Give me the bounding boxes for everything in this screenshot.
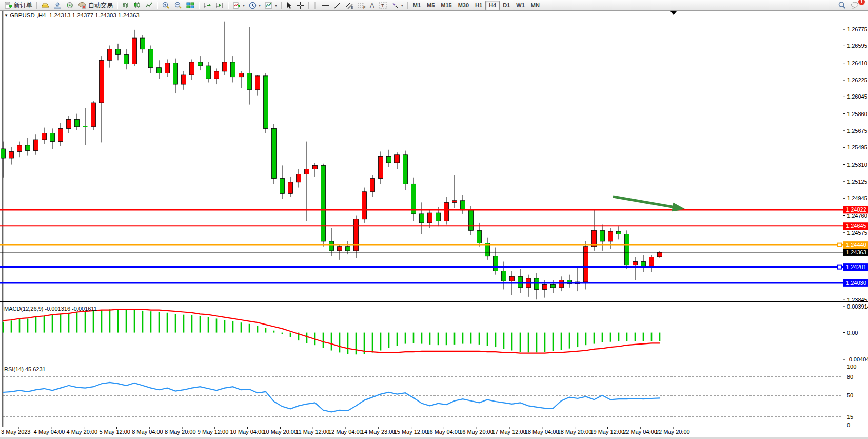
toolbar-separator	[308, 2, 309, 9]
timeframe-h4-button[interactable]: H4	[485, 1, 500, 10]
indicators-icon	[232, 2, 241, 9]
symbol-dropdown-icon[interactable]: ▼	[4, 13, 8, 18]
timeframe-w1-button[interactable]: W1	[513, 1, 528, 10]
toolbar-separator	[157, 2, 157, 9]
label-tool-icon: T	[379, 2, 387, 9]
indicators-dropdown-arrow[interactable]: ▾	[243, 3, 245, 8]
line-chart-button[interactable]	[143, 1, 155, 10]
candlestick-chart-button[interactable]	[131, 1, 143, 10]
profile-button[interactable]	[51, 1, 64, 10]
cursor-icon	[286, 2, 292, 9]
svg-text:1.24822: 1.24822	[846, 206, 866, 213]
svg-text:1.24440: 1.24440	[846, 242, 866, 248]
crosshair-icon	[297, 2, 304, 9]
tile-windows-button[interactable]	[184, 1, 196, 10]
svg-text:1.25860: 1.25860	[847, 111, 867, 117]
svg-text:1.26045: 1.26045	[847, 93, 867, 100]
timeframe-m15-button[interactable]: M15	[438, 1, 455, 10]
zoom-out-button[interactable]	[172, 1, 184, 10]
svg-text:0: 0	[847, 422, 850, 428]
toolbar-separator	[281, 2, 282, 9]
auto-scroll-button[interactable]	[201, 1, 213, 10]
horizontal-line-tool-button[interactable]	[320, 1, 331, 10]
svg-text:1.24030: 1.24030	[846, 280, 866, 286]
svg-text:T: T	[381, 3, 384, 8]
horizontal-line-icon	[322, 2, 329, 9]
template-icon	[265, 2, 273, 9]
svg-text:4 May 20:00: 4 May 20:00	[67, 429, 98, 435]
svg-text:12 May 04:00: 12 May 04:00	[328, 429, 363, 435]
svg-text:F: F	[363, 6, 365, 9]
svg-text:14 May 23:00: 14 May 23:00	[361, 429, 396, 435]
chart-window[interactable]: ▼ GBPUSD-,H4 1.24313 1.24377 1.24303 1.2…	[0, 10, 868, 437]
cursor-tool-button[interactable]	[284, 1, 294, 10]
notifications-button[interactable]: 1	[849, 1, 862, 10]
arrows-tool-button[interactable]: ▾	[389, 1, 405, 10]
main-toolbar: 新订单 自动交易	[0, 0, 868, 11]
bar-chart-button[interactable]	[120, 1, 131, 10]
svg-text:16 May 04:00: 16 May 04:00	[426, 429, 461, 435]
timeframe-m30-button[interactable]: M30	[455, 1, 472, 10]
periods-button[interactable]: ▾	[247, 1, 263, 10]
toolbar-separator	[36, 2, 37, 9]
svg-text:1.25310: 1.25310	[847, 162, 867, 168]
line-chart-icon	[145, 2, 153, 9]
auto-trading-label: 自动交易	[88, 1, 113, 10]
svg-text:-0.004049: -0.004049	[847, 356, 868, 362]
trendline-icon	[333, 2, 341, 9]
label-tool-button[interactable]: T	[377, 1, 389, 10]
signal-button[interactable]	[64, 1, 76, 10]
notification-badge: 1	[858, 0, 865, 5]
zoom-in-button[interactable]	[160, 1, 172, 10]
crosshair-tool-button[interactable]	[294, 1, 306, 10]
gold-button[interactable]	[39, 1, 51, 10]
svg-text:16 May 20:00: 16 May 20:00	[459, 429, 494, 435]
svg-text:1.24575: 1.24575	[847, 230, 867, 236]
svg-text:1.24945: 1.24945	[847, 195, 867, 201]
templates-button[interactable]: ▾	[263, 1, 279, 10]
bar-chart-icon	[122, 2, 129, 9]
fibonacci-tool-button[interactable]: F	[356, 1, 368, 10]
search-button[interactable]	[836, 1, 849, 10]
svg-text:1.26595: 1.26595	[847, 43, 867, 49]
svg-text:1.24645: 1.24645	[846, 223, 866, 229]
chart-ohlc-values: 1.24313 1.24377 1.24303 1.24363	[49, 12, 140, 18]
svg-text:0.003914: 0.003914	[847, 303, 868, 310]
svg-text:1.26410: 1.26410	[847, 60, 867, 66]
mt4-application: 新订单 自动交易	[0, 0, 868, 439]
toolbar-separator	[407, 2, 408, 9]
timeframe-m5-button[interactable]: M5	[424, 1, 438, 10]
text-tool-button[interactable]: A	[368, 1, 377, 10]
arrows-dropdown-arrow[interactable]: ▾	[401, 3, 403, 8]
auto-scroll-icon	[203, 2, 211, 9]
periods-dropdown-arrow[interactable]: ▾	[259, 3, 261, 8]
vertical-line-tool-button[interactable]	[311, 1, 320, 10]
timeframe-mn-button[interactable]: MN	[528, 1, 543, 10]
svg-text:1.23845: 1.23845	[847, 297, 867, 303]
auto-trading-button[interactable]: 自动交易	[76, 1, 115, 10]
svg-text:22 May 20:00: 22 May 20:00	[656, 429, 690, 435]
svg-text:18 May 04:00: 18 May 04:00	[525, 429, 559, 435]
timeframe-m1-button[interactable]: M1	[410, 1, 424, 10]
svg-text:22 May 04:00: 22 May 04:00	[623, 429, 657, 435]
chart-shift-button[interactable]	[213, 1, 226, 10]
indicators-button[interactable]: ▾	[230, 1, 247, 10]
svg-text:0.00: 0.00	[847, 330, 858, 336]
svg-text:10 May 20:00: 10 May 20:00	[263, 429, 297, 435]
trendline-tool-button[interactable]	[331, 1, 343, 10]
status-strip	[0, 437, 868, 439]
tile-windows-icon	[186, 2, 194, 9]
svg-text:1.26225: 1.26225	[847, 77, 867, 83]
channel-tool-button[interactable]: E	[343, 1, 356, 10]
svg-text:E: E	[351, 6, 353, 9]
timeframe-h1-button[interactable]: H1	[472, 1, 485, 10]
vertical-line-icon	[313, 2, 318, 9]
templates-dropdown-arrow[interactable]: ▾	[275, 3, 277, 8]
chart-symbol-timeframe: GBPUSD-,H4	[10, 12, 46, 18]
new-order-label: 新订单	[14, 1, 32, 10]
zoom-out-icon	[174, 2, 182, 9]
timeframe-d1-button[interactable]: D1	[500, 1, 513, 10]
new-order-button[interactable]: 新订单	[2, 1, 34, 10]
svg-text:8 May 20:00: 8 May 20:00	[165, 429, 196, 435]
chart-plot-svg[interactable]: 1.267751.265951.264101.262251.260451.258…	[0, 10, 868, 437]
